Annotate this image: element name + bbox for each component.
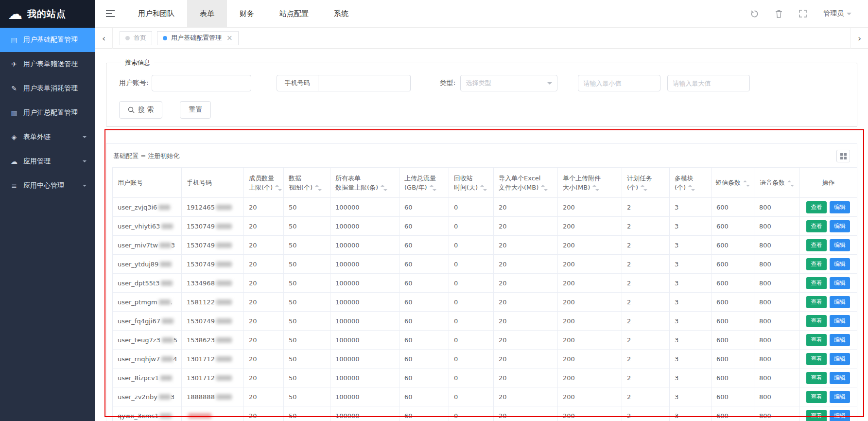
sidebar-item[interactable]: ◈表单外链 [0,125,95,149]
edit-button[interactable]: 编辑 [830,410,850,421]
view-button[interactable]: 查看 [806,239,827,251]
view-button[interactable]: 查看 [806,220,827,232]
admin-dropdown[interactable]: 管理员 [823,9,851,18]
column-settings-button[interactable] [836,150,850,162]
sort-desc-icon [544,189,548,193]
refresh-icon[interactable] [750,10,759,18]
sort-carets-icon[interactable] [787,178,794,187]
cell-value: 0 [449,255,494,274]
redacted-blur [216,318,232,324]
top-menu-item[interactable]: 用户和团队 [125,0,187,27]
view-button[interactable]: 查看 [806,201,827,213]
type-select[interactable]: 选择类型 [460,75,557,91]
view-button[interactable]: 查看 [806,258,827,270]
view-button[interactable]: 查看 [806,296,827,308]
sidebar-item[interactable]: ▤用户基础配置管理 [0,28,95,52]
account-text: user_8izpcv1 [118,374,159,382]
column-header[interactable]: 多模块(个) [670,168,712,198]
view-button[interactable]: 查看 [806,315,827,327]
sort-carets-icon[interactable] [641,183,647,192]
collapse-menu-icon[interactable] [95,10,125,17]
sort-carets-icon[interactable] [275,183,282,192]
cell-actions: 查看编辑 [800,406,857,421]
column-header: 用户账号 [113,168,182,198]
tab[interactable]: 用户基础配置管理× [157,31,239,45]
top-menu-item[interactable]: 表单 [187,0,227,27]
view-button[interactable]: 查看 [806,410,827,421]
sort-carets-icon[interactable] [743,178,750,187]
cell-value: 2 [622,293,670,312]
table-row: user_zvjq3i61912465205010000060020200236… [113,198,857,217]
edit-button[interactable]: 编辑 [830,296,850,308]
phone-text: 1530749 [187,261,215,268]
column-header[interactable]: 回收站时间(天) [449,168,494,198]
cell-value: 100000 [330,387,399,406]
column-header[interactable]: 所有表单数据量上限(条) [330,168,399,198]
edit-button[interactable]: 编辑 [830,391,850,403]
view-button[interactable]: 查看 [806,372,827,384]
top-menu-item[interactable]: 站点配置 [267,0,321,27]
column-header-line: (个) [627,183,664,192]
cell-value: 800 [754,198,800,217]
sort-carets-icon[interactable] [592,183,599,192]
column-header[interactable]: 上传总流量(GB/年) [399,168,449,198]
view-button[interactable]: 查看 [806,334,827,346]
cell-value: 0 [449,217,494,236]
sidebar-item[interactable]: ✎用户表单消耗管理 [0,76,95,101]
view-button[interactable]: 查看 [806,353,827,365]
min-value-input[interactable] [578,75,660,91]
view-button[interactable]: 查看 [806,391,827,403]
edit-button[interactable]: 编辑 [830,239,850,251]
phone-input[interactable] [318,75,411,91]
table-row: user_teug7z35153862320501000006002020023… [113,331,857,350]
column-header[interactable]: 导入单个Excel文件大小(MB) [494,168,558,198]
document-grid-icon: ▤ [10,36,18,44]
column-header[interactable]: 短信条数 [712,168,754,198]
sort-carets-icon[interactable] [430,183,436,192]
edit-button[interactable]: 编辑 [830,277,850,289]
reset-button[interactable]: 重置 [180,101,211,119]
account-input[interactable] [152,75,251,91]
edit-button[interactable]: 编辑 [830,201,850,213]
sidebar-item[interactable]: ✈用户表单赠送管理 [0,52,95,76]
cell-value: 800 [754,350,800,368]
edit-button[interactable]: 编辑 [830,315,850,327]
max-value-input[interactable] [667,75,750,91]
cell-value: 60 [399,217,449,236]
sort-carets-icon[interactable] [541,183,548,192]
sidebar-item[interactable]: ≡应用中心管理 [0,174,95,198]
sidebar-item[interactable]: ▥用户汇总配置管理 [0,101,95,125]
edit-button[interactable]: 编辑 [830,334,850,346]
cell-value: 600 [712,331,754,350]
tab[interactable]: 首页 [120,31,152,45]
top-menu-item[interactable]: 系统 [321,0,361,27]
column-header[interactable]: 成员数量上限(个) [244,168,284,198]
cell-value: 20 [244,217,284,236]
brand[interactable]: ☁ 我的站点 [0,0,95,28]
search-button[interactable]: 搜 索 [119,101,162,119]
tabs-scroll-right-icon[interactable]: › [851,28,868,49]
column-header-line: 单个上传附件 [563,174,617,183]
sort-carets-icon[interactable] [480,183,487,192]
trash-icon[interactable] [775,10,782,18]
fullscreen-icon[interactable] [799,10,807,18]
column-header[interactable]: 数据视图(个) [284,168,330,198]
edit-button[interactable]: 编辑 [830,353,850,365]
column-header[interactable]: 计划任务(个) [622,168,670,198]
search-button-label: 搜 索 [138,105,154,114]
edit-button[interactable]: 编辑 [830,220,850,232]
column-header[interactable]: 单个上传附件大小(MB) [558,168,622,198]
sort-carets-icon[interactable] [381,183,387,192]
cell-value: 200 [558,406,622,421]
column-header[interactable]: 语音条数 [754,168,800,198]
edit-button[interactable]: 编辑 [830,372,850,384]
sort-carets-icon[interactable] [315,183,322,192]
top-menu-item[interactable]: 财务 [227,0,267,27]
view-button[interactable]: 查看 [806,277,827,289]
close-icon[interactable]: × [226,35,233,42]
tabs-scroll-left-icon[interactable]: ‹ [95,28,113,49]
cell-value: 50 [284,312,330,331]
edit-button[interactable]: 编辑 [830,258,850,270]
sort-carets-icon[interactable] [688,183,695,192]
sidebar-item[interactable]: ☁应用管理 [0,149,95,174]
